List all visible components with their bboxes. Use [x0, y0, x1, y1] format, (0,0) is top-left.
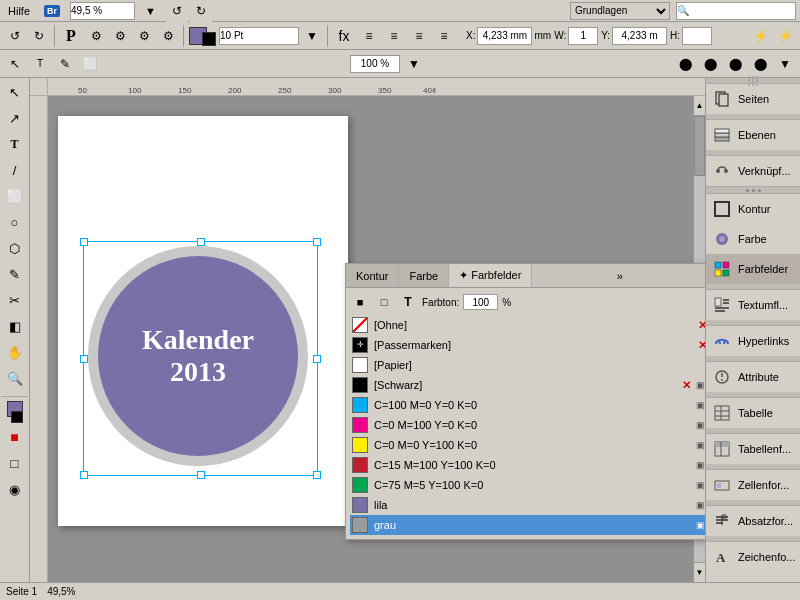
tb-right-1[interactable]: ⚡ — [749, 25, 771, 47]
swatch-sq-schwarz[interactable]: ▣ — [693, 378, 705, 392]
swatch-sq-cyan[interactable]: ▣ — [693, 398, 705, 412]
tab-farbe[interactable]: Farbe — [399, 264, 449, 287]
swatch-red[interactable]: C=15 M=100 Y=100 K=0 ▣ ⊠ — [350, 455, 705, 475]
tb-tool-d[interactable]: ⚙ — [157, 25, 179, 47]
tb-tool-b[interactable]: ⚙ — [109, 25, 131, 47]
rp-tabelle[interactable]: Tabelle — [706, 398, 800, 428]
rp-tabellenf[interactable]: Tabellenf... — [706, 434, 800, 464]
lt-type-tool[interactable]: T — [3, 132, 27, 156]
rp-farbe[interactable]: Farbe — [706, 224, 800, 254]
farbton-input[interactable] — [463, 294, 498, 310]
scroll-up-btn[interactable]: ▲ — [694, 96, 705, 116]
lt-select-tool[interactable]: ↖ — [3, 80, 27, 104]
swatch-papier[interactable]: [Papier] — [350, 355, 705, 375]
tb2-align-1[interactable]: ⬤ — [674, 53, 696, 75]
rp-textumfl[interactable]: Textumfl... — [706, 290, 800, 320]
swatch-schwarz[interactable]: [Schwarz] ✕ ▣ ⊠ — [350, 375, 705, 395]
rp-attribute[interactable]: Attribute — [706, 362, 800, 392]
rp-seiten[interactable]: Seiten — [706, 84, 800, 114]
tb-align-center[interactable]: ≡ — [383, 25, 405, 47]
tb-formula[interactable]: fx — [333, 25, 355, 47]
tb2-icon1[interactable]: ✎ — [54, 53, 76, 75]
tb2-text[interactable]: T — [29, 53, 51, 75]
search-input[interactable] — [676, 2, 796, 20]
handle-tc[interactable] — [197, 238, 205, 246]
swatch-grau[interactable]: grau ▣ ⊠ — [350, 515, 705, 535]
zoom-dropdown-btn[interactable]: ▼ — [145, 5, 156, 17]
panel-fill-icon[interactable]: ■ — [350, 292, 370, 312]
lt-apply-none[interactable]: □ — [3, 451, 27, 475]
lt-pan-tool[interactable]: ✋ — [3, 340, 27, 364]
swatch-cyan[interactable]: C=100 M=0 Y=0 K=0 ▣ ⊠ — [350, 395, 705, 415]
tb-right-2[interactable]: ⚡ — [774, 25, 796, 47]
handle-mr[interactable] — [313, 355, 321, 363]
tb2-icon2[interactable]: ⬜ — [79, 53, 101, 75]
lt-scissors-tool[interactable]: ✂ — [3, 288, 27, 312]
scroll-down-btn[interactable]: ▼ — [694, 562, 705, 582]
rp-absatzfor[interactable]: Absatzfor... — [706, 506, 800, 536]
tb-icon-2[interactable]: ↻ — [190, 0, 212, 22]
tb-type-tool[interactable]: P — [60, 25, 82, 47]
lt-stroke-swatch[interactable] — [11, 411, 23, 423]
tb2-align-2[interactable]: ⬤ — [699, 53, 721, 75]
handle-bl[interactable] — [80, 471, 88, 479]
tb-tool-c[interactable]: ⚙ — [133, 25, 155, 47]
tb-icon-1[interactable]: ↺ — [166, 0, 188, 22]
lt-poly-tool[interactable]: ⬡ — [3, 236, 27, 260]
tb2-select[interactable]: ↖ — [4, 53, 26, 75]
handle-br[interactable] — [313, 471, 321, 479]
w-input[interactable] — [568, 27, 598, 45]
handle-tl[interactable] — [80, 238, 88, 246]
lt-gradient-tool[interactable]: ◧ — [3, 314, 27, 338]
lt-ellipse-tool[interactable]: ○ — [3, 210, 27, 234]
swatch-sq-grau[interactable]: ▣ — [693, 518, 705, 532]
scroll-thumb-v[interactable] — [694, 116, 705, 176]
panel-stroke-icon[interactable]: □ — [374, 292, 394, 312]
rp-zellenfor[interactable]: Zellenfor... — [706, 470, 800, 500]
workspace-select[interactable]: Grundlagen — [570, 2, 670, 20]
panel-tab-more[interactable]: » — [611, 267, 629, 285]
handle-bc[interactable] — [197, 471, 205, 479]
swatch-sq-lila[interactable]: ▣ — [693, 498, 705, 512]
y-input[interactable] — [612, 27, 667, 45]
lt-zoom-tool[interactable]: 🔍 — [3, 366, 27, 390]
font-name-input[interactable] — [219, 27, 299, 45]
zoom-toolbar-input[interactable] — [350, 55, 400, 73]
tb2-align-4[interactable]: ⬤ — [749, 53, 771, 75]
rp-kontur[interactable]: Kontur — [706, 194, 800, 224]
swatch-lila[interactable]: lila ▣ ⊠ — [350, 495, 705, 515]
zoom-input[interactable] — [70, 2, 135, 20]
tb-align-right[interactable]: ≡ — [408, 25, 430, 47]
h-input[interactable] — [682, 27, 712, 45]
menu-hilfe[interactable]: Hilfe — [4, 3, 34, 19]
swatch-sq-magenta[interactable]: ▣ — [693, 418, 705, 432]
tb-rotate-ccw[interactable]: ↺ — [4, 25, 26, 47]
color-swatch-bg[interactable] — [202, 32, 216, 46]
handle-ml[interactable] — [80, 355, 88, 363]
tb-tool-a[interactable]: ⚙ — [85, 25, 107, 47]
swatch-sq-green[interactable]: ▣ — [693, 478, 705, 492]
font-size-dropdown[interactable]: ▼ — [301, 25, 323, 47]
tb-align-left[interactable]: ≡ — [358, 25, 380, 47]
x-input[interactable] — [477, 27, 532, 45]
tb-align-justify[interactable]: ≡ — [433, 25, 455, 47]
panel-text-icon[interactable]: T — [398, 292, 418, 312]
swatch-ohne[interactable]: [Ohne] ✕ ⊕ — [350, 315, 705, 335]
tab-farbfelder[interactable]: ✦ Farbfelder — [449, 264, 532, 287]
swatch-green[interactable]: C=75 M=5 Y=100 K=0 ▣ ⊠ — [350, 475, 705, 495]
tb-rotate-cw[interactable]: ↻ — [28, 25, 50, 47]
tab-kontur[interactable]: Kontur — [346, 264, 399, 287]
rp-farbfelder[interactable]: Farbfelder — [706, 254, 800, 284]
lt-toggle-view[interactable]: ◉ — [3, 477, 27, 501]
swatch-yellow[interactable]: C=0 M=0 Y=100 K=0 ▣ ⊠ — [350, 435, 705, 455]
swatch-sq-red[interactable]: ▣ — [693, 458, 705, 472]
rp-ebenen[interactable]: Ebenen — [706, 120, 800, 150]
lt-direct-select[interactable]: ↗ — [3, 106, 27, 130]
lt-rect-tool[interactable]: ⬜ — [3, 184, 27, 208]
tb2-align-3[interactable]: ⬤ — [724, 53, 746, 75]
swatch-passermarken[interactable]: ✛ [Passermarken] ✕ ⊕ — [350, 335, 705, 355]
swatch-magenta[interactable]: C=0 M=100 Y=0 K=0 ▣ ⊠ — [350, 415, 705, 435]
swatch-sq-yellow[interactable]: ▣ — [693, 438, 705, 452]
lt-line-tool[interactable]: / — [3, 158, 27, 182]
rp-verknuepf[interactable]: Verknüpf... — [706, 156, 800, 186]
